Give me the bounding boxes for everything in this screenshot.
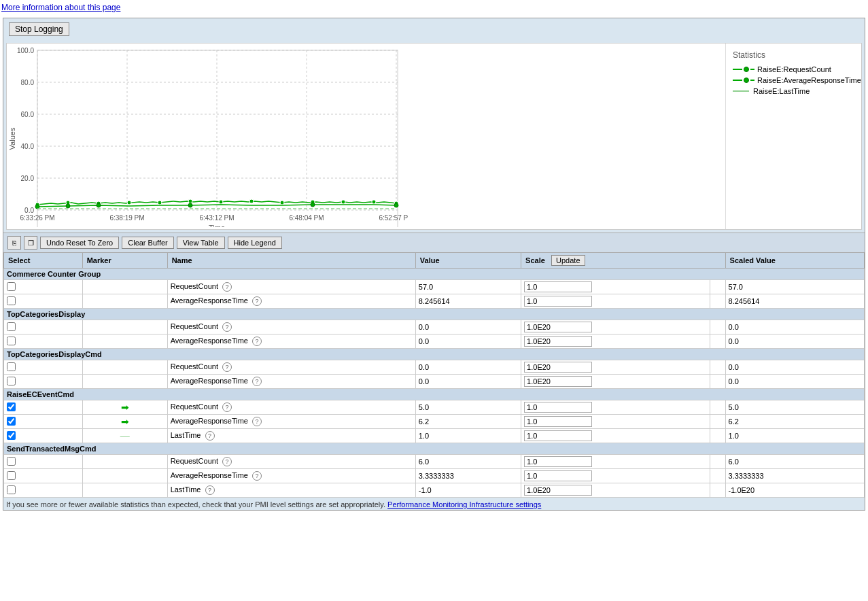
- stop-logging-button[interactable]: Stop Logging: [9, 22, 69, 36]
- select-checkbox[interactable]: [7, 322, 16, 331]
- scale-input[interactable]: [524, 470, 592, 481]
- scale-input[interactable]: [524, 322, 592, 332]
- help-icon[interactable]: ?: [252, 296, 262, 306]
- marker-cell: [82, 375, 167, 389]
- help-icon[interactable]: ?: [222, 402, 232, 412]
- value-cell: 8.245614: [415, 294, 521, 309]
- scale-input[interactable]: [524, 376, 592, 387]
- legend-label-avg-response: RaiseE:AverageResponseTime: [757, 76, 861, 84]
- help-icon[interactable]: ?: [205, 431, 215, 441]
- empty-cell: [710, 483, 725, 498]
- scale-input[interactable]: [524, 336, 592, 347]
- select-cell: [4, 280, 83, 294]
- empty-cell: [710, 469, 725, 483]
- scaled-value-cell: 0.0: [725, 375, 864, 389]
- table-row: ➡RequestCount ?5.05.0: [4, 400, 865, 415]
- pmi-settings-link[interactable]: Performance Monitoring Infrastructure se…: [387, 500, 541, 509]
- scale-input[interactable]: [524, 281, 592, 292]
- legend-label-last-time: RaiseE:LastTime: [753, 87, 810, 95]
- chart-container: Values 100.0 80.0 60.0 40.0 20.0 0.0: [7, 44, 725, 229]
- table-row: ➡AverageResponseTime ?6.26.2: [4, 415, 865, 429]
- svg-text:20.0: 20.0: [21, 175, 35, 182]
- select-checkbox[interactable]: [7, 471, 16, 480]
- table-row: RequestCount ?0.00.0: [4, 320, 865, 334]
- help-icon[interactable]: ?: [252, 471, 262, 481]
- marker-cell: [82, 455, 167, 469]
- select-checkbox[interactable]: [7, 402, 16, 411]
- value-cell: 6.2: [415, 415, 521, 429]
- hide-legend-button[interactable]: Hide Legend: [228, 237, 282, 249]
- counter-name: LastTime: [171, 431, 201, 439]
- scale-input[interactable]: [524, 430, 592, 441]
- svg-text:6:33:26 PM: 6:33:26 PM: [20, 214, 54, 222]
- counter-name: AverageResponseTime: [171, 417, 248, 425]
- performance-chart: Values 100.0 80.0 60.0 40.0 20.0 0.0: [7, 44, 408, 227]
- select-cell: [4, 483, 83, 498]
- value-cell: 0.0: [415, 320, 521, 334]
- arrow-marker: ➡: [121, 402, 129, 413]
- scaled-value-cell: 0.0: [725, 360, 864, 375]
- select-cell: [4, 400, 83, 415]
- scale-input[interactable]: [524, 362, 592, 373]
- data-table-container: Select Marker Name Value Scale Update Sc…: [3, 252, 865, 498]
- footer-note: If you see more or fewer available stati…: [3, 498, 865, 510]
- scale-input[interactable]: [524, 296, 592, 307]
- select-checkbox[interactable]: [7, 282, 16, 291]
- legend-panel: Statistics RaiseE:RequestCount RaiseE:Av…: [725, 44, 861, 229]
- update-button[interactable]: Update: [551, 255, 585, 266]
- scaled-value-cell: 6.0: [725, 455, 864, 469]
- help-icon[interactable]: ?: [222, 457, 232, 466]
- svg-text:Values: Values: [8, 127, 16, 150]
- legend-label-request-count: RaiseE:RequestCount: [757, 65, 831, 73]
- svg-point-32: [249, 199, 254, 203]
- select-checkbox[interactable]: [7, 337, 16, 345]
- arrow-marker: ➡: [121, 416, 129, 427]
- clear-buffer-button[interactable]: Clear Buffer: [122, 237, 174, 249]
- scale-cell: [521, 294, 710, 309]
- scale-cell: [521, 320, 710, 334]
- scale-input[interactable]: [524, 416, 592, 427]
- empty-cell: [710, 415, 725, 429]
- select-checkbox[interactable]: [7, 457, 16, 466]
- help-icon[interactable]: ?: [205, 485, 215, 495]
- name-cell: AverageResponseTime ?: [167, 415, 415, 429]
- legend-title: Statistics: [733, 50, 854, 60]
- name-cell: RequestCount ?: [167, 400, 415, 415]
- undo-reset-button[interactable]: Undo Reset To Zero: [40, 237, 119, 249]
- value-cell: 0.0: [415, 375, 521, 389]
- select-checkbox[interactable]: [7, 431, 16, 440]
- select-checkbox[interactable]: [7, 377, 16, 385]
- select-checkbox[interactable]: [7, 485, 16, 494]
- scale-input[interactable]: [524, 402, 592, 413]
- copy-icon-1[interactable]: ⎘: [7, 236, 21, 250]
- scale-input[interactable]: [524, 485, 592, 496]
- name-cell: LastTime ?: [167, 429, 415, 443]
- help-icon[interactable]: ?: [252, 377, 262, 386]
- select-checkbox[interactable]: [7, 296, 16, 305]
- svg-text:80.0: 80.0: [21, 79, 35, 86]
- main-panel: Stop Logging Values 100.0 80.0 60.0 40.0…: [3, 18, 865, 511]
- scaled-value-cell: 3.3333333: [725, 469, 864, 483]
- scale-cell: [521, 483, 710, 498]
- help-icon[interactable]: ?: [252, 337, 262, 346]
- marker-cell: [82, 360, 167, 375]
- help-icon[interactable]: ?: [222, 322, 232, 332]
- col-value: Value: [415, 253, 521, 269]
- scale-cell: [521, 334, 710, 349]
- counter-name: RequestCount: [171, 282, 218, 290]
- help-icon[interactable]: ?: [222, 282, 232, 292]
- empty-cell: [710, 294, 725, 309]
- select-checkbox[interactable]: [7, 417, 16, 426]
- help-icon[interactable]: ?: [252, 417, 262, 426]
- name-cell: LastTime ?: [167, 483, 415, 498]
- more-info-link[interactable]: More information about this page: [0, 0, 868, 15]
- svg-point-42: [311, 203, 315, 207]
- view-table-button[interactable]: View Table: [177, 237, 225, 249]
- legend-item-request-count: RaiseE:RequestCount: [733, 65, 854, 73]
- copy-icon-2[interactable]: ❐: [24, 236, 37, 250]
- svg-point-31: [219, 200, 223, 204]
- help-icon[interactable]: ?: [222, 362, 232, 372]
- counter-name: AverageResponseTime: [171, 377, 248, 385]
- scale-input[interactable]: [524, 456, 592, 467]
- select-checkbox[interactable]: [7, 362, 16, 371]
